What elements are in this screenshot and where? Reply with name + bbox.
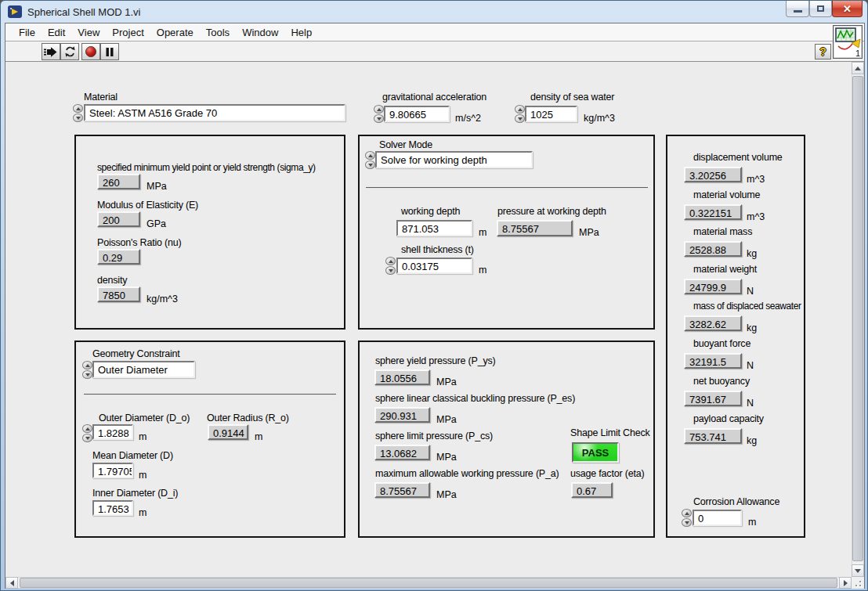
geometry-constraint-ring-control[interactable]: Outer Diameter	[92, 361, 195, 378]
max-allowable-pressure-label: maximum allowable working pressure (P_a)	[375, 468, 559, 479]
menu-window[interactable]: Window	[236, 24, 284, 41]
mean-diameter-label: Mean Diameter (D)	[92, 450, 173, 461]
menu-tools[interactable]: Tools	[200, 24, 236, 41]
vertical-scroll-thumb[interactable]	[852, 76, 863, 561]
pause-button[interactable]	[100, 43, 119, 60]
shell-thickness-input[interactable]: 0.03175	[396, 258, 472, 274]
menu-help[interactable]: Help	[284, 24, 318, 41]
usage-factor-label: usage factor (eta)	[570, 468, 644, 479]
run-button[interactable]	[42, 43, 60, 60]
resize-grip[interactable]	[852, 577, 864, 589]
scroll-right-button[interactable]	[839, 577, 852, 589]
scroll-down-button[interactable]	[852, 564, 864, 577]
menu-file[interactable]: File	[13, 24, 42, 41]
decrement-icon[interactable]	[385, 266, 396, 275]
toolbar: ?	[5, 42, 864, 62]
window-title: Spherical Shell MOD 1.vi	[27, 6, 141, 18]
maximize-button[interactable]	[809, 1, 832, 17]
shell-thickness-label: shell thickness (t)	[401, 244, 474, 255]
run-continuously-button[interactable]	[60, 43, 79, 60]
shell-thickness-spinner[interactable]	[385, 257, 396, 276]
menu-view[interactable]: View	[71, 24, 106, 41]
mean-diameter-unit: m	[139, 470, 146, 481]
minimize-button[interactable]	[786, 1, 809, 17]
svg-text:1: 1	[855, 49, 860, 58]
help-button[interactable]: ?	[815, 44, 831, 59]
menu-edit[interactable]: Edit	[42, 24, 71, 41]
close-button[interactable]: ✕	[832, 1, 863, 17]
corrosion-allowance-input[interactable]: 0	[693, 510, 742, 526]
density-of-sea-water-spinner[interactable]	[515, 105, 526, 124]
material-mass-indicator: 2528.88	[684, 241, 742, 257]
increment-icon[interactable]	[365, 151, 375, 160]
inner-diameter-input[interactable]: 1.7653	[92, 500, 133, 516]
outer-diameter-spinner[interactable]	[82, 424, 93, 443]
geometry-constraint-label: Geometry Constraint	[92, 348, 180, 359]
pause-icon	[105, 47, 114, 57]
material-spinner[interactable]	[73, 104, 84, 123]
close-icon: ✕	[843, 4, 852, 14]
density-of-sea-water-unit: kg/m^3	[584, 113, 615, 124]
menu-operate[interactable]: Operate	[150, 24, 200, 41]
increment-icon[interactable]	[73, 104, 83, 113]
inner-diameter-unit: m	[139, 507, 146, 518]
solver-divider	[366, 187, 648, 189]
density-of-sea-water-input[interactable]: 1025	[525, 106, 577, 122]
increment-icon[interactable]	[682, 509, 692, 517]
outer-diameter-unit: m	[139, 431, 146, 442]
modulus-label: Modulus of Elasticity (E)	[97, 200, 198, 211]
buoyant-force-unit: N	[747, 360, 754, 371]
decrement-icon[interactable]	[73, 114, 83, 122]
working-depth-input[interactable]: 871.053	[396, 220, 472, 236]
increment-icon[interactable]	[515, 105, 525, 114]
vi-icon-badge[interactable]: 1	[833, 25, 863, 59]
decrement-icon[interactable]	[365, 160, 375, 169]
solver-mode-spinner[interactable]	[365, 151, 376, 170]
scroll-up-button[interactable]	[852, 62, 864, 74]
increment-icon[interactable]	[374, 105, 384, 114]
net-buoyancy-unit: N	[747, 398, 754, 409]
displacement-volume-unit: m^3	[747, 174, 765, 185]
solver-mode-ring-control[interactable]: Solve for working depth	[375, 151, 533, 168]
corrosion-allowance-spinner[interactable]	[682, 509, 693, 528]
geometry-constraint-spinner[interactable]	[82, 361, 93, 380]
poisson-indicator: 0.29	[97, 249, 140, 265]
abort-button[interactable]	[81, 43, 100, 60]
max-allowable-pressure-unit: MPa	[436, 489, 457, 500]
outer-diameter-input[interactable]: 1.8288	[92, 424, 133, 440]
horizontal-scroll-thumb[interactable]	[20, 578, 837, 588]
run-icon	[44, 46, 58, 58]
inner-diameter-label: Inner Diameter (D_i)	[92, 488, 178, 499]
arrow-down-icon	[855, 569, 861, 573]
payload-capacity-label: payload capacity	[693, 413, 764, 424]
menu-project[interactable]: Project	[106, 24, 150, 41]
arrow-up-icon	[855, 67, 861, 70]
outer-radius-indicator: 0.9144	[208, 424, 248, 440]
increment-icon[interactable]	[82, 361, 92, 369]
menu-bar: File Edit View Project Operate Tools Win…	[5, 23, 864, 41]
density-indicator: 7850	[97, 286, 140, 302]
decrement-icon[interactable]	[82, 370, 92, 379]
working-depth-label: working depth	[401, 206, 460, 217]
sphere-yield-pressure-indicator: 18.0556	[374, 369, 430, 385]
buoyant-force-label: buoyant force	[693, 338, 750, 349]
material-ring-control[interactable]: Steel: ASTM A516 Grade 70	[84, 104, 345, 121]
decrement-icon[interactable]	[374, 114, 384, 123]
decrement-icon[interactable]	[515, 114, 525, 123]
density-label: density	[97, 275, 127, 286]
material-weight-indicator: 24799.9	[684, 279, 742, 294]
usage-factor-indicator: 0.67	[571, 482, 613, 498]
scroll-left-button[interactable]	[5, 577, 18, 589]
abort-icon	[85, 45, 97, 58]
mean-diameter-input[interactable]: 1.79705	[92, 463, 133, 478]
displaced-mass-unit: kg	[747, 323, 757, 333]
increment-icon[interactable]	[82, 424, 92, 433]
labview-window: Spherical Shell MOD 1.vi ✕ File Edit Vie…	[0, 0, 868, 591]
decrement-icon[interactable]	[682, 518, 692, 527]
arrow-left-icon	[10, 580, 14, 586]
decrement-icon[interactable]	[82, 434, 92, 442]
gravitational-acceleration-input[interactable]: 9.80665	[384, 106, 450, 122]
poisson-label: Poisson's Ratio (nu)	[97, 237, 181, 248]
gravitational-acceleration-spinner[interactable]	[374, 105, 385, 124]
increment-icon[interactable]	[385, 257, 396, 265]
